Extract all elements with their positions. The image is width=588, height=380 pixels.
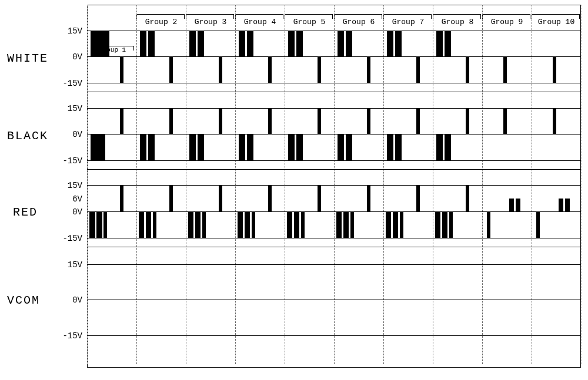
pulse bbox=[288, 134, 295, 160]
pulse bbox=[239, 31, 245, 56]
pulse bbox=[503, 108, 507, 134]
ref-line bbox=[87, 31, 581, 31]
pulse bbox=[416, 56, 420, 83]
group-divider bbox=[136, 5, 137, 364]
pulse bbox=[245, 211, 250, 238]
pulse bbox=[343, 211, 349, 238]
label-vcom: VCOM bbox=[7, 294, 40, 307]
pulse bbox=[449, 211, 453, 238]
pulse bbox=[101, 31, 109, 56]
pulse bbox=[198, 134, 204, 160]
pulse bbox=[188, 211, 193, 238]
ref-line bbox=[87, 134, 581, 134]
group-divider bbox=[532, 5, 532, 364]
pulse bbox=[416, 108, 420, 134]
pulse bbox=[189, 31, 196, 56]
ref-line bbox=[87, 169, 581, 170]
pulse bbox=[393, 211, 398, 238]
ref-line bbox=[87, 211, 581, 212]
pulse bbox=[466, 108, 469, 134]
red-m15: -15V bbox=[62, 234, 82, 243]
pulse bbox=[536, 211, 540, 238]
pulse bbox=[387, 134, 393, 160]
pulse bbox=[287, 211, 292, 238]
pulse bbox=[268, 108, 272, 134]
group-divider bbox=[482, 5, 483, 364]
vcom-m15: -15V bbox=[62, 331, 82, 341]
group-label: Group 3 bbox=[191, 18, 230, 26]
pulse bbox=[318, 108, 321, 134]
pulse bbox=[318, 185, 321, 211]
pulse bbox=[509, 199, 514, 211]
pulse bbox=[195, 211, 201, 238]
label-red: RED bbox=[13, 206, 38, 219]
pulse bbox=[395, 134, 402, 160]
pulse bbox=[148, 134, 155, 160]
ref-line bbox=[87, 56, 581, 57]
group-label: Group 5 bbox=[289, 18, 329, 26]
pulse bbox=[436, 31, 443, 56]
red-6: 6V bbox=[72, 194, 82, 204]
white-0: 0V bbox=[72, 52, 82, 62]
white-m15: -15V bbox=[62, 79, 82, 88]
ref-line bbox=[87, 247, 581, 247]
pulse bbox=[91, 134, 101, 160]
pulse bbox=[553, 108, 556, 134]
pulse bbox=[268, 185, 272, 211]
pulse bbox=[169, 185, 173, 211]
black-0: 0V bbox=[72, 130, 82, 139]
pulse bbox=[268, 56, 272, 83]
pulse bbox=[367, 185, 370, 211]
vcom-15: 15V bbox=[68, 260, 82, 270]
ref-line bbox=[87, 335, 581, 336]
pulse bbox=[148, 31, 155, 56]
pulse bbox=[487, 211, 490, 238]
pulse bbox=[346, 31, 352, 56]
pulse bbox=[247, 134, 253, 160]
pulse bbox=[442, 211, 447, 238]
pulse bbox=[400, 211, 403, 238]
group-label: Group 8 bbox=[437, 18, 477, 26]
group-divider bbox=[285, 5, 285, 364]
pulse bbox=[386, 211, 391, 238]
pulse bbox=[219, 185, 222, 211]
pulse bbox=[445, 134, 451, 160]
pulse bbox=[318, 56, 321, 83]
pulse bbox=[296, 31, 303, 56]
pulse bbox=[198, 31, 204, 56]
pulse bbox=[553, 56, 556, 83]
group-label: Group 10 bbox=[536, 18, 576, 26]
pulse bbox=[169, 56, 173, 83]
pulse bbox=[239, 134, 245, 160]
pulse bbox=[103, 211, 107, 238]
group-divider bbox=[334, 5, 335, 364]
waveform-diagram: WHITE BLACK RED VCOM 15V 0V -15V 15V 0V … bbox=[0, 0, 588, 380]
pulse bbox=[120, 185, 123, 211]
pulse bbox=[189, 134, 196, 160]
ref-line bbox=[87, 185, 581, 186]
pulse bbox=[169, 108, 173, 134]
pulse bbox=[296, 134, 303, 160]
pulse bbox=[338, 134, 344, 160]
pulse bbox=[367, 108, 370, 134]
pulse bbox=[153, 211, 156, 238]
group-divider bbox=[186, 5, 186, 364]
ref-line bbox=[87, 238, 581, 238]
pulse bbox=[294, 211, 299, 238]
black-m15: -15V bbox=[62, 156, 82, 166]
group-divider bbox=[433, 5, 433, 364]
white-15: 15V bbox=[68, 26, 82, 36]
ref-line bbox=[87, 92, 581, 92]
pulse bbox=[367, 56, 370, 83]
pulse bbox=[436, 134, 443, 160]
pulse bbox=[219, 108, 222, 134]
pulse bbox=[96, 211, 102, 238]
group-label: Group 6 bbox=[339, 18, 379, 26]
red-0: 0V bbox=[72, 207, 82, 217]
group-label: Group 7 bbox=[388, 18, 428, 26]
group-label: Group 9 bbox=[487, 18, 527, 26]
ref-line bbox=[87, 108, 581, 109]
pulse bbox=[565, 199, 570, 211]
pulse bbox=[466, 56, 469, 83]
ref-line bbox=[87, 264, 581, 265]
